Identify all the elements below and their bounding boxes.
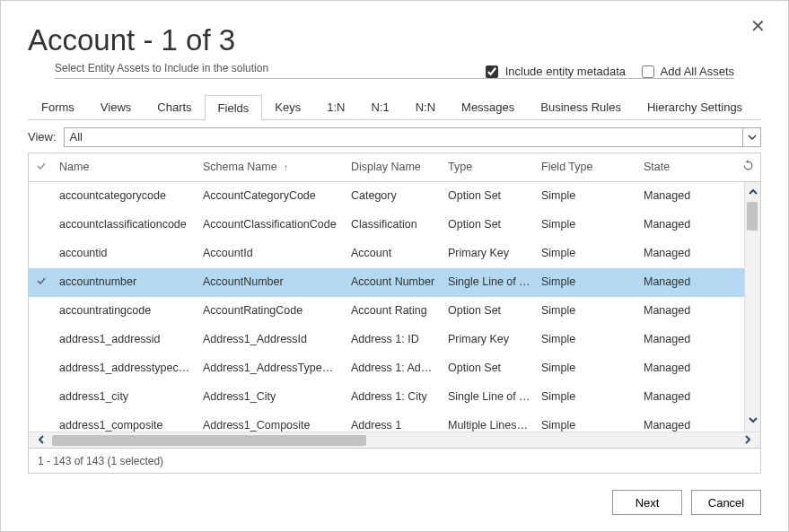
tab-business-rules[interactable]: Business Rules [527,94,635,119]
page-title: Account - 1 of 3 [28,23,761,57]
scroll-up-icon[interactable] [748,186,758,200]
column-fieldtype-header[interactable]: Field Type [536,161,638,173]
table-row[interactable]: address1_compositeAddress1_CompositeAddr… [29,412,744,432]
include-metadata-checkbox-label[interactable]: Include entity metadata [486,65,629,78]
cell-name: accountnumber [54,275,197,288]
cell-fieldtype: Simple [536,218,638,231]
cell-display: Category [346,189,443,202]
cell-name: accountratingcode [54,304,197,317]
cell-state: Managed [638,390,744,403]
table-row[interactable]: accountnumberAccountNumberAccount Number… [29,268,744,297]
cell-name: address1_addressid [54,333,197,345]
cell-state: Managed [638,304,744,317]
cell-state: Managed [638,189,744,202]
scroll-down-icon[interactable] [748,414,758,428]
add-all-checkbox[interactable] [642,65,654,78]
view-row: View: All [28,127,761,147]
scroll-left-icon[interactable] [31,433,52,448]
cell-schema: AccountRatingCode [197,304,346,317]
refresh-icon[interactable] [735,160,760,174]
column-checkbox-header[interactable] [29,161,54,174]
include-metadata-text: Include entity metadata [505,65,626,78]
cell-schema: AccountNumber [197,275,346,288]
grid-body: accountcategorycodeAccountCategoryCodeCa… [29,182,760,432]
cell-name: accountcategorycode [54,189,197,202]
cell-fieldtype: Simple [536,304,638,317]
table-row[interactable]: address1_addressidAddress1_AddressIdAddr… [29,326,744,354]
table-row[interactable]: address1_cityAddress1_CityAddress 1: Cit… [29,383,744,412]
cell-name: accountclassificationcode [54,218,197,231]
column-name-header[interactable]: Name [54,161,197,173]
cell-display: Classification [346,218,443,231]
table-row[interactable]: accountclassificationcodeAccountClassifi… [29,211,744,240]
tab-hierarchy-settings[interactable]: Hierarchy Settings [634,94,756,119]
cell-type: Primary Key [443,247,536,259]
grid-header: Name Schema Name ↑ Display Name Type Fie… [29,153,760,182]
cell-type: Single Line of Text [443,275,536,288]
cell-display: Account Rating [346,304,443,317]
tab-1-n[interactable]: 1:N [313,94,358,119]
cell-name: accountid [54,247,197,259]
column-type-header[interactable]: Type [443,161,536,173]
chevron-down-icon[interactable] [742,128,760,146]
cell-schema: Address1_City [197,390,346,403]
cell-schema: Address1_Composite [197,419,346,432]
tab-fields[interactable]: Fields [205,95,263,120]
view-select[interactable]: All [64,127,761,147]
cell-state: Managed [638,419,744,432]
cell-schema: Address1_AddressId [197,333,346,345]
cell-type: Option Set [443,218,536,231]
tab-charts[interactable]: Charts [144,94,205,119]
tab-keys[interactable]: Keys [261,94,314,119]
cell-type: Option Set [443,304,536,317]
cell-type: Option Set [443,189,536,202]
sort-ascending-icon: ↑ [284,162,288,172]
add-all-checkbox-label[interactable]: Add All Assets [642,65,734,78]
horizontal-scroll-thumb[interactable] [52,435,366,446]
cell-fieldtype: Simple [536,362,638,374]
include-metadata-checkbox[interactable] [486,65,498,78]
tabs: FormsViewsChartsFieldsKeys1:NN:1N:NMessa… [28,94,761,120]
table-row[interactable]: address1_addresstypecodeAddress1_Address… [29,354,744,383]
add-all-text: Add All Assets [661,65,734,78]
tab-n-1[interactable]: N:1 [357,94,402,119]
table-row[interactable]: accountcategorycodeAccountCategoryCodeCa… [29,182,744,211]
tab-n-n[interactable]: N:N [402,94,449,119]
cell-display: Account [346,247,443,259]
cell-schema: AccountCategoryCode [197,189,346,202]
column-display-header[interactable]: Display Name [346,161,443,173]
vertical-scrollbar[interactable] [744,182,760,432]
grid: Name Schema Name ↑ Display Name Type Fie… [28,153,761,474]
scroll-right-icon[interactable] [737,433,758,448]
dialog-header: Account - 1 of 3 Select Entity Assets to… [1,1,788,87]
cell-display: Address 1 [346,419,443,432]
cell-fieldtype: Simple [536,333,638,345]
table-row[interactable]: accountidAccountIdAccountPrimary KeySimp… [29,240,744,268]
cell-state: Managed [638,275,744,288]
cell-fieldtype: Simple [536,189,638,202]
tab-forms[interactable]: Forms [28,94,88,119]
cell-fieldtype: Simple [536,419,638,432]
cell-type: Single Line of Text [443,390,536,403]
next-button[interactable]: Next [612,490,682,515]
view-label: View: [28,130,57,144]
cell-type: Option Set [443,362,536,374]
cell-state: Managed [638,218,744,231]
table-row[interactable]: accountratingcodeAccountRatingCodeAccoun… [29,297,744,326]
cell-display: Address 1: Addr... [346,362,443,374]
tab-views[interactable]: Views [87,94,145,119]
tab-messages[interactable]: Messages [448,94,528,119]
cell-name: address1_composite [54,419,197,432]
column-schema-header[interactable]: Schema Name ↑ [197,161,346,173]
horizontal-scrollbar[interactable] [29,432,760,448]
vertical-scroll-thumb[interactable] [747,202,758,231]
cell-display: Address 1: ID [346,333,443,345]
close-icon[interactable]: ✕ [750,17,766,35]
cancel-button[interactable]: Cancel [691,490,761,515]
column-state-header[interactable]: State [638,161,735,173]
cell-type: Multiple Lines of... [443,419,536,432]
row-checkbox[interactable] [29,275,54,289]
cell-schema: AccountClassificationCode [197,218,346,231]
cell-fieldtype: Simple [536,275,638,288]
view-select-value: All [70,130,83,144]
